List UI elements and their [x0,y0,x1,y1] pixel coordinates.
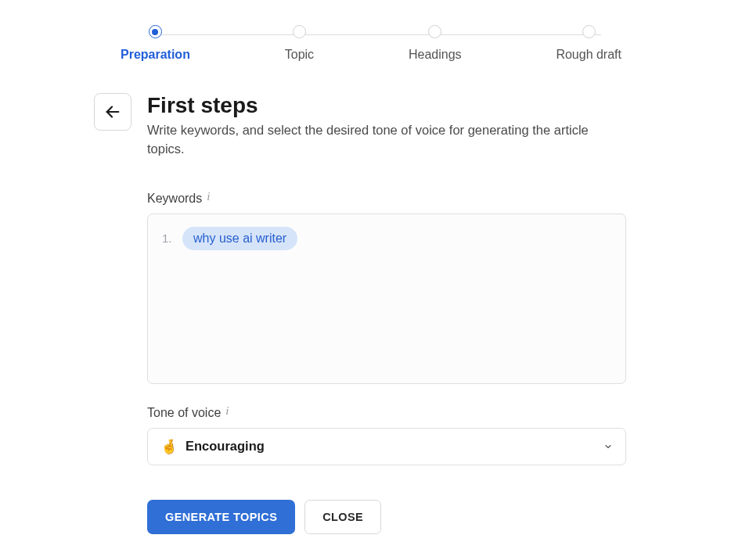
step-label: Preparation [121,48,190,62]
tone-select[interactable]: 🤞 Encouraging [147,428,626,465]
step-preparation[interactable]: Preparation [121,25,190,62]
info-icon[interactable]: i [207,190,210,203]
tone-emoji-icon: 🤞 [160,438,178,455]
stepper: Preparation Topic Headings Rough draft [121,25,621,62]
step-label: Headings [409,48,462,62]
step-circle [428,25,441,38]
step-label: Rough draft [556,48,621,62]
keyword-chip[interactable]: why use ai writer [182,227,297,250]
step-circle [293,25,306,38]
page-title: First steps [147,93,617,118]
back-button[interactable] [94,93,131,131]
tone-label: Tone of voice i [147,406,648,420]
step-topic[interactable]: Topic [285,25,314,62]
close-button[interactable]: CLOSE [304,500,381,534]
info-icon[interactable]: i [225,404,229,418]
keyword-row: 1. why use ai writer [162,227,611,250]
tone-label-text: Tone of voice [147,406,221,420]
chevron-down-icon [603,442,613,451]
keyword-index: 1. [162,232,175,245]
keywords-label-text: Keywords [147,192,202,206]
page-subtitle: Write keywords, and select the desired t… [147,121,617,159]
generate-topics-button[interactable]: GENERATE TOPICS [147,500,295,534]
step-rough-draft[interactable]: Rough draft [556,25,621,62]
step-label: Topic [285,48,314,62]
arrow-left-icon [104,103,121,120]
tone-selected-text: Encouraging [186,439,265,454]
keywords-input[interactable]: 1. why use ai writer [147,214,626,384]
step-circle [149,25,162,38]
step-headings[interactable]: Headings [409,25,462,62]
step-circle [582,25,596,38]
keywords-label: Keywords i [147,192,648,206]
stepper-line [158,34,601,35]
